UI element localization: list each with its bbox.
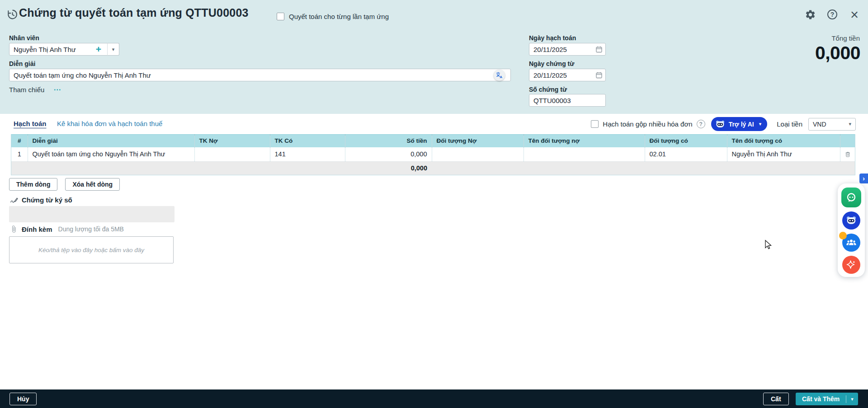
notification-dot [839, 232, 847, 239]
attachment-dropzone[interactable]: Kéo/thả tệp vào đây hoặc bấm vào đây [9, 236, 174, 263]
col-debit-object-name: Tên đối tượng nợ [524, 135, 645, 147]
history-icon[interactable] [6, 8, 19, 21]
row-actions: Thêm dòng Xóa hết dòng [9, 178, 120, 191]
support-chat-icon[interactable] [841, 188, 861, 207]
calendar-icon[interactable] [595, 46, 603, 53]
reference-more-link[interactable]: ... [54, 84, 61, 92]
digital-signature-box [9, 206, 175, 222]
help-icon[interactable]: ? [826, 8, 839, 21]
save-and-new-button[interactable]: Cất và Thêm ▾ [796, 393, 858, 405]
window-actions: ? × [804, 8, 861, 21]
col-description: Diễn giải [28, 135, 194, 147]
cell-amount[interactable]: 0,000 [345, 147, 432, 162]
header-panel: Chứng từ quyết toán tạm ứng QTTU00003 Qu… [0, 0, 868, 114]
chevron-down-icon: ▾ [849, 121, 851, 127]
ava-panda-icon[interactable] [842, 211, 860, 230]
table-header-row: # Diễn giải TK Nợ TK Có Số tiền Đối tượn… [11, 135, 855, 147]
posting-date-label: Ngày hạch toán [529, 34, 576, 42]
tab-accounting[interactable]: Hạch toán [14, 120, 47, 127]
col-credit-account: TK Có [270, 135, 345, 147]
merge-invoices-label: Hạch toán gộp nhiều hóa đơn [603, 120, 692, 128]
add-employee-icon[interactable]: + [94, 45, 103, 54]
cell-debit-object-name[interactable] [524, 147, 645, 162]
reference-label: Tham chiếu [9, 86, 44, 94]
calendar-icon[interactable] [595, 71, 603, 79]
currency-select[interactable]: VND ▾ [808, 118, 856, 131]
add-row-button[interactable]: Thêm dòng [9, 178, 57, 191]
col-debit-account: TK Nợ [194, 135, 270, 147]
document-date-label: Ngày chứng từ [529, 60, 574, 67]
per-advance-checkbox[interactable] [277, 13, 284, 20]
merge-invoices-option: Hạch toán gộp nhiều hóa đơn ? [591, 120, 705, 128]
attachment-hint: Dung lượng tối đa 5MB [58, 225, 124, 233]
save-and-new-dropdown[interactable]: ▾ [846, 396, 858, 402]
cell-credit-object[interactable]: 02.01 [645, 147, 727, 162]
col-actions [840, 135, 855, 147]
assistant-dock [838, 183, 865, 277]
question-circle-icon[interactable]: ? [697, 120, 705, 128]
delete-all-rows-button[interactable]: Xóa hết dòng [65, 178, 120, 191]
table-sum-row: 0,000 [11, 162, 855, 175]
chevron-down-icon: ▾ [759, 121, 762, 127]
document-date-field [529, 69, 606, 81]
posting-date-input[interactable] [529, 43, 606, 56]
col-debit-object: Đối tượng Nợ [432, 135, 524, 147]
cell-debit-object[interactable] [432, 147, 524, 162]
total-label: Tổng tiền [831, 34, 860, 42]
svg-text:A: A [500, 75, 502, 79]
advance-settlement-window: Chứng từ quyết toán tạm ứng QTTU00003 Qu… [0, 0, 868, 408]
signature-icon [10, 197, 18, 204]
cell-description[interactable]: Quyết toán tạm ứng cho Nguyễn Thị Anh Th… [28, 147, 194, 162]
per-advance-option: Quyết toán cho từng lần tạm ứng [277, 13, 389, 20]
document-no-field [529, 94, 606, 107]
accounting-grid: # Diễn giải TK Nợ TK Có Số tiền Đối tượn… [11, 134, 855, 175]
tab-invoice-tax[interactable]: Kê khai hóa đơn và hạch toán thuế [57, 120, 162, 127]
grid-toolbar: Hạch toán gộp nhiều hóa đơn ? Trợ lý AI … [591, 117, 856, 131]
tab-bar: Hạch toán Kê khai hóa đơn và hạch toán t… [0, 114, 868, 134]
mouse-cursor [764, 239, 774, 250]
dropzone-text: Kéo/thả tệp vào đây hoặc bấm vào đây [38, 247, 144, 253]
posting-date-field [529, 43, 606, 56]
employee-dropdown-button[interactable]: ▾ [107, 43, 119, 56]
col-credit-object-name: Tên đối tượng có [727, 135, 840, 147]
page-title: Chứng từ quyết toán tạm ứng QTTU00003 [19, 6, 249, 19]
col-amount: Số tiền [345, 135, 432, 147]
employee-combobox: + ▾ [9, 43, 119, 56]
employee-label: Nhân viên [9, 34, 39, 42]
digital-signature-section: Chứng từ ký số [10, 196, 72, 204]
cell-credit-account[interactable]: 141 [270, 147, 345, 162]
document-no-input[interactable] [529, 94, 606, 107]
document-date-input[interactable] [529, 69, 606, 81]
close-icon[interactable]: × [848, 8, 861, 21]
expand-chevron-icon[interactable]: › [859, 174, 868, 183]
currency-label: Loại tiền [777, 120, 802, 128]
ai-assistant-label: Trợ lý AI [729, 121, 754, 128]
footer-bar: Hủy Cất Cất và Thêm ▾ [0, 389, 868, 408]
chevron-down-icon: ▾ [112, 47, 115, 52]
description-input[interactable] [9, 69, 511, 81]
description-label: Diễn giải [9, 60, 35, 67]
merge-invoices-checkbox[interactable] [591, 120, 599, 128]
col-index: # [11, 135, 28, 147]
community-people-icon[interactable] [842, 234, 860, 252]
panda-icon [715, 119, 725, 129]
attachment-label: Đính kèm [22, 225, 52, 233]
cell-credit-object-name[interactable]: Nguyễn Thị Anh Thư [727, 147, 840, 162]
ai-assistant-button[interactable]: Trợ lý AI ▾ [711, 117, 768, 131]
col-credit-object: Đối tượng có [645, 135, 727, 147]
translate-icon[interactable]: A [494, 70, 505, 81]
gear-icon[interactable] [804, 8, 816, 21]
digital-signature-label: Chứng từ ký số [22, 196, 72, 204]
attachment-section: Đính kèm Dung lượng tối đa 5MB [10, 225, 124, 233]
sparkle-icon[interactable] [842, 256, 860, 274]
cell-index: 1 [11, 147, 28, 162]
cancel-button[interactable]: Hủy [9, 393, 37, 405]
paperclip-icon [10, 225, 18, 233]
save-and-new-label: Cất và Thêm [796, 395, 846, 403]
table-row: 1 Quyết toán tạm ứng cho Nguyễn Thị Anh … [11, 147, 855, 162]
per-advance-label: Quyết toán cho từng lần tạm ứng [289, 13, 389, 20]
trash-icon[interactable] [845, 150, 851, 158]
save-button[interactable]: Cất [763, 393, 789, 405]
currency-value: VND [813, 121, 826, 128]
cell-debit-account[interactable] [194, 147, 270, 162]
